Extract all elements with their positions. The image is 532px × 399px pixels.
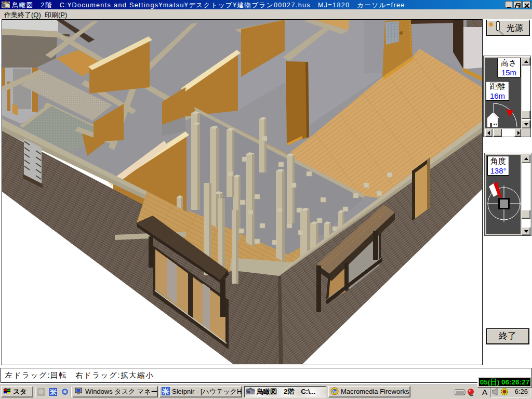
svg-text:A: A bbox=[482, 388, 487, 396]
svg-text:fw: fw bbox=[332, 389, 337, 394]
